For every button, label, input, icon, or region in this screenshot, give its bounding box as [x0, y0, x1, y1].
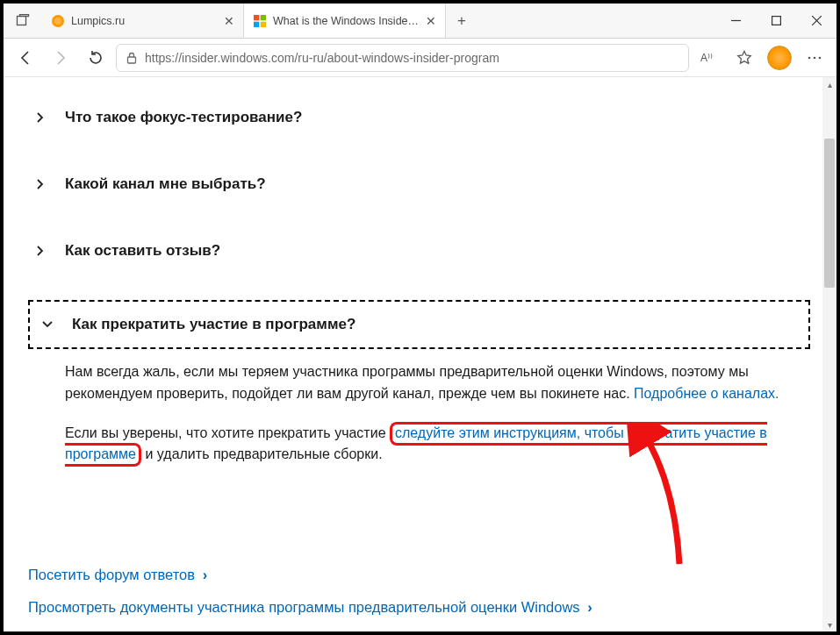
link-docs[interactable]: Просмотреть документы участника программ…	[28, 599, 592, 616]
tab-title: Lumpics.ru	[71, 15, 218, 27]
tab-actions-button[interactable]	[4, 4, 42, 38]
faq-item-channel[interactable]: Какой канал мне выбрать?	[28, 167, 829, 202]
lock-icon	[126, 52, 138, 64]
new-tab-button[interactable]: +	[446, 4, 477, 38]
back-button[interactable]	[11, 44, 40, 72]
scroll-up-icon[interactable]: ▴	[822, 77, 836, 91]
faq-question: Как оставить отзыв?	[65, 242, 220, 260]
faq-question: Как прекратить участие в программе?	[72, 316, 355, 333]
svg-rect-1	[20, 14, 29, 16]
profile-avatar-icon	[767, 46, 792, 70]
svg-point-16	[814, 56, 816, 59]
svg-rect-0	[18, 16, 26, 25]
chevron-right-icon	[35, 246, 49, 256]
tab-insider[interactable]: What is the Windows Insider Prog ✕	[244, 4, 446, 38]
tab-close-icon[interactable]: ✕	[426, 14, 436, 28]
svg-rect-7	[261, 21, 266, 26]
favorites-button[interactable]: +	[729, 44, 759, 72]
forward-button[interactable]	[46, 44, 75, 72]
answer-text: Если вы уверены, что хотите прекратить у…	[65, 425, 390, 440]
faq-question: Какой канал мне выбрать?	[65, 175, 266, 193]
tab-lumpics[interactable]: Lumpics.ru ✕	[42, 4, 244, 38]
faq-item-focus-testing[interactable]: Что такое фокус-тестирование?	[28, 100, 829, 135]
favicon-ms	[253, 14, 267, 28]
tab-title: What is the Windows Insider Prog	[273, 15, 420, 27]
chevron-right-icon: ›	[198, 567, 207, 582]
faq-item-feedback[interactable]: Как оставить отзыв?	[28, 233, 829, 268]
browser-toolbar: https://insider.windows.com/ru-ru/about-…	[4, 39, 836, 77]
address-bar[interactable]: https://insider.windows.com/ru-ru/about-…	[116, 44, 689, 72]
link-forum[interactable]: Посетить форум ответов ›	[28, 567, 592, 583]
favicon-lumpics	[51, 14, 65, 28]
svg-text:+: +	[746, 59, 750, 66]
link-channels[interactable]: Подробнее о каналах.	[634, 386, 779, 401]
faq-answer: Нам всегда жаль, если мы теряем участник…	[65, 361, 803, 466]
maximize-button[interactable]	[756, 4, 796, 38]
svg-rect-4	[254, 15, 259, 20]
answer-text: и удалить предварительные сборки.	[141, 446, 383, 461]
bottom-links: Посетить форум ответов › Просмотреть док…	[28, 551, 592, 616]
svg-rect-6	[254, 21, 259, 26]
svg-point-15	[808, 56, 811, 59]
menu-button[interactable]	[800, 44, 829, 72]
chevron-right-icon	[35, 112, 49, 123]
svg-rect-5	[261, 15, 266, 20]
svg-rect-9	[772, 17, 780, 25]
read-aloud-button[interactable]: A⁾⁾	[694, 44, 724, 72]
window-controls	[715, 4, 836, 38]
svg-point-3	[54, 18, 61, 25]
url-text: https://insider.windows.com/ru-ru/about-…	[145, 51, 679, 65]
svg-text:A⁾⁾: A⁾⁾	[700, 52, 713, 64]
tab-close-icon[interactable]: ✕	[224, 14, 234, 28]
svg-point-17	[819, 56, 822, 59]
page-content: Что такое фокус-тестирование? Какой кана…	[4, 77, 836, 631]
vertical-scrollbar[interactable]: ▴ ▾	[822, 77, 836, 631]
tab-strip: Lumpics.ru ✕ What is the Windows Insider…	[4, 4, 836, 39]
chevron-down-icon	[42, 319, 56, 330]
chevron-right-icon: ›	[584, 599, 592, 615]
svg-rect-12	[128, 57, 136, 63]
scrollbar-thumb[interactable]	[824, 139, 835, 288]
faq-item-leave-program[interactable]: Как прекратить участие в программе?	[28, 300, 810, 349]
minimize-button[interactable]	[715, 4, 756, 38]
chevron-right-icon	[35, 179, 49, 189]
profile-button[interactable]	[765, 44, 794, 72]
refresh-button[interactable]	[81, 44, 111, 72]
faq-question: Что такое фокус-тестирование?	[65, 109, 302, 126]
close-window-button[interactable]	[796, 4, 836, 38]
scroll-down-icon[interactable]: ▾	[822, 617, 836, 631]
